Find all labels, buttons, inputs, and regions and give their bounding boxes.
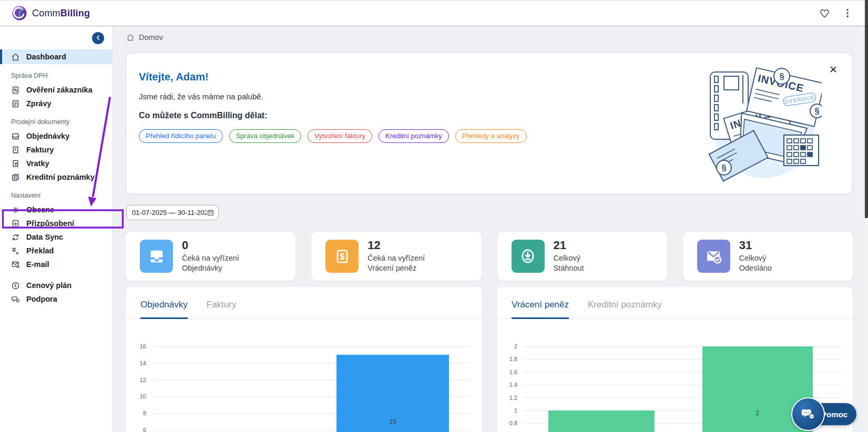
tab-faktury[interactable]: Faktury [207,300,237,319]
y-axis-tick-label: 1.2 [505,395,523,401]
svg-text:§: § [721,163,726,173]
y-axis-tick-label: 14 [134,360,152,366]
sidebar-item-podpora[interactable]: Podpora [0,292,112,306]
app-header: CommBilling [0,0,868,26]
date-range-value: 01-07-2025 — 30-11-2025 [132,209,207,217]
welcome-banner: Vítejte, Adam! Jsme rádi, že vás máme na… [126,53,853,194]
y-axis-tick-label: 10 [134,393,152,399]
main-content: Domov Vítejte, Adam! Jsme rádi, že vás m… [113,26,865,432]
sidebar-item-obecne[interactable]: Obecne [0,203,112,217]
translate-icon: A [11,246,20,255]
sidebar-item-dashboard[interactable]: Dashboard [0,49,112,64]
sidebar-section-header: Správa DPH [0,72,112,79]
tag-kreditni-poznamky[interactable]: Kreditní poznámky [379,129,449,143]
svg-text:A: A [16,250,19,255]
more-menu-button[interactable] [843,8,852,18]
sidebar-item-label: Přizpůsobení [26,219,74,228]
sidebar-item-faktury[interactable]: € Faktury [0,143,112,157]
tag-sprava-objednavek[interactable]: Správa objednávek [229,129,301,143]
tab-objednavky[interactable]: Objednávky [140,300,188,319]
sidebar-item-kreditni-poznamky[interactable]: Kreditní poznámky [0,170,112,184]
stat-value: 31 [739,239,772,252]
sidebar-item-objednavky[interactable]: Objednávky [0,129,112,143]
sidebar-item-label: Ověření zákazníka [26,86,93,94]
chart-bar[interactable] [548,410,655,432]
envelope-check-icon [704,247,723,266]
y-axis-tick-label: 16 [134,343,152,349]
svg-text:€: € [15,147,17,151]
stat-line1: Čeká na vyřízení [182,253,239,264]
stat-line1: Čeká na vyřízení [367,253,425,264]
brand-name: CommBilling [32,8,90,19]
tag-prehledy-a-analyzy[interactable]: Přehledy a analýzy [455,129,527,143]
sidebar-item-vratky[interactable]: Vratky [0,157,112,170]
stat-value: 0 [182,239,239,252]
chat-bubbles-icon [800,406,816,422]
charts-row: Objednávky Faktury 161412108615 Vrácení … [126,287,853,432]
sidebar-item-label: Překlad [26,246,54,255]
sidebar-item-overeni-zakaznika[interactable]: Ověření zákazníka [0,83,112,97]
breadcrumb-label: Domov [139,33,163,42]
breadcrumb[interactable]: Domov [126,33,163,42]
scrollbar[interactable] [865,0,868,432]
tab-kreditni-poznamky[interactable]: Kreditní poznámky [588,300,662,319]
chart-tabs: Objednávky Faktury [126,300,482,319]
bar-chart: 161412108615 [134,346,471,432]
stat-card-vraceni-penez[interactable]: $ 12 Čeká na vyřízení Vrácení peněz [311,232,481,281]
sidebar-item-zpravy[interactable]: Zprávy [0,97,112,110]
tag-prehled-ridiciho-panelu[interactable]: Přehled řídicího panelu [139,129,223,143]
stat-line1: Celkový [554,253,584,264]
sidebar-item-email[interactable]: E-mail [0,258,112,271]
sidebar-collapse-button[interactable] [92,32,104,44]
sidebar-item-label: Podpora [26,295,57,303]
stat-card-stahnout[interactable]: 21 Celkový Stáhnout [497,232,667,281]
mail-gear-icon [11,260,20,269]
chat-bubbles-icon [11,295,20,304]
tab-vraceni-penez[interactable]: Vrácení peněz [512,300,569,319]
receipt-euro-icon: € [11,146,20,155]
document-percent-icon [11,86,20,95]
svg-text:§: § [779,71,784,81]
sidebar-item-label: Objednávky [26,132,69,140]
euro-circle-icon: € [11,281,20,290]
svg-text:$: $ [340,252,344,261]
stat-cards: 0 Čeká na vyřízení Objednávky $ 12 Čeká … [126,232,853,281]
document-gear-icon [11,219,20,228]
help-button-label: Pomoc [821,410,847,419]
y-axis-tick-label: 1.4 [505,382,523,388]
sidebar-item-preklad[interactable]: A Překlad [0,244,112,258]
sidebar-item-label: Vratky [26,159,49,168]
sidebar-item-label: Obecne [26,205,54,214]
bar-value-label: 15 [389,418,396,425]
sidebar: Dashboard Správa DPH Ověření zákazníka Z… [0,26,113,432]
sidebar-item-data-sync[interactable]: Data Sync [0,230,112,244]
document-lines-icon [11,99,20,108]
stat-card-odeslano[interactable]: 31 Celkový Odesláno [683,232,853,281]
svg-text:€: € [14,283,17,288]
y-axis-tick-label: 12 [134,377,152,383]
sidebar-item-label: Faktury [26,146,54,154]
banner-close-button[interactable]: ✕ [829,65,838,75]
dollar-receipt-icon: $ [333,247,352,266]
sidebar-item-cenovy-plan[interactable]: € Cenový plán [0,279,112,292]
commbilling-logo-icon [12,5,27,21]
date-range-filter[interactable]: 01-07-2025 — 30-11-2025 [126,205,219,220]
brand-logo[interactable]: CommBilling [12,5,90,21]
stat-card-objednavky[interactable]: 0 Čeká na vyřízení Objednávky [126,232,295,281]
calendar-icon [207,209,215,217]
tag-vytvoreni-faktury[interactable]: Vytvoření faktury [308,129,372,143]
stat-line1: Celkový [739,253,772,264]
receipt-return-icon [11,159,20,168]
home-icon [11,53,20,61]
stat-line2: Vrácení peněz [367,263,425,274]
kebab-menu-icon [843,8,852,18]
stat-line2: Objednávky [182,263,239,274]
sidebar-item-label: Zprávy [26,99,52,108]
help-button[interactable]: Pomoc [791,397,857,431]
favorite-button[interactable] [819,8,830,19]
stat-value: 12 [367,239,425,252]
y-axis-tick-label: 2 [505,343,523,349]
sidebar-item-prizpusobeni[interactable]: Přizpůsobení [0,217,112,230]
scrollbar-thumb[interactable] [865,0,868,218]
stat-value: 21 [554,239,584,252]
